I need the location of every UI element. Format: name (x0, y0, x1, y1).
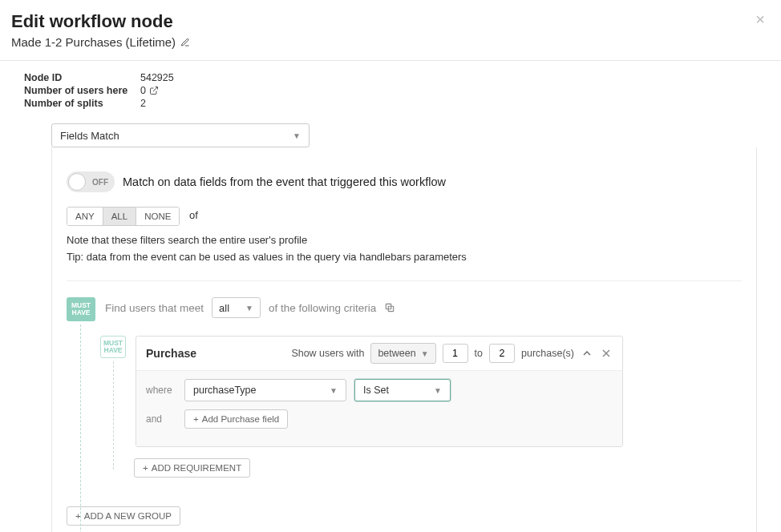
show-users-label: Show users with (291, 348, 364, 359)
node-id-value: 542925 (140, 72, 174, 83)
range-select[interactable]: between ▼ (370, 343, 435, 364)
chevron-down-icon: ▼ (434, 386, 442, 395)
range-to-word: to (475, 348, 483, 359)
splits-value: 2 (140, 98, 146, 109)
find-post: of the following criteria (269, 302, 376, 314)
where-label: where (146, 385, 176, 396)
logic-none[interactable]: NONE (136, 208, 179, 225)
logic-all[interactable]: ALL (103, 208, 136, 225)
logic-any[interactable]: ANY (67, 208, 103, 225)
must-have-badge-inner: MUSTHAVE (100, 336, 126, 358)
field-select[interactable]: purchaseType ▼ (184, 379, 346, 401)
svg-line-0 (153, 87, 158, 92)
remove-icon[interactable] (600, 347, 613, 360)
toggle-label: Match on data fields from the event that… (123, 175, 446, 188)
and-label: and (146, 413, 176, 425)
splits-label: Number of splits (24, 98, 140, 109)
chevron-down-icon: ▼ (245, 304, 253, 312)
add-purchase-field-button[interactable]: + Add Purchase field (184, 409, 288, 429)
edit-icon[interactable] (180, 38, 190, 47)
trigger-event-toggle[interactable]: OFF (67, 171, 115, 192)
purchase-card: Purchase Show users with between ▼ (136, 336, 623, 447)
range-from-input[interactable] (443, 344, 468, 363)
logic-group: ANY ALL NONE (67, 207, 180, 226)
toggle-state: OFF (92, 178, 108, 187)
range-unit: purchase(s) (521, 348, 574, 359)
plus-icon: + (193, 414, 199, 424)
operator-select[interactable]: Is Set ▼ (354, 379, 451, 401)
chevron-down-icon: ▼ (421, 349, 429, 358)
add-requirement-button[interactable]: + ADD REQUIREMENT (134, 458, 250, 478)
modal-subtitle: Made 1-2 Purchases (Lifetime) (11, 35, 190, 49)
note-profile: Note that these filters search the entir… (67, 234, 742, 246)
modal-header: Edit workflow node Made 1-2 Purchases (L… (0, 0, 781, 61)
node-type-select[interactable]: Fields Match ▼ (51, 123, 310, 147)
node-id-label: Node ID (24, 72, 140, 83)
copy-icon[interactable] (384, 302, 395, 313)
collapse-icon[interactable] (581, 347, 593, 360)
range-to-input[interactable] (489, 344, 515, 363)
add-group-button[interactable]: + ADD A NEW GROUP (67, 506, 180, 526)
purchase-title: Purchase (146, 347, 196, 360)
subtitle-text: Made 1-2 Purchases (Lifetime) (11, 35, 176, 49)
close-icon[interactable]: × (755, 11, 765, 27)
users-value: 0 (140, 85, 146, 96)
plus-icon: + (143, 463, 148, 473)
note-handlebars: Tip: data from the event can be used as … (67, 251, 742, 263)
must-have-badge: MUSTHAVE (67, 297, 95, 321)
modal-title: Edit workflow node (11, 11, 190, 32)
users-label: Number of users here (24, 85, 140, 96)
chevron-down-icon: ▼ (330, 386, 338, 395)
logic-of: of (189, 209, 198, 221)
node-type-value: Fields Match (60, 130, 119, 142)
toggle-knob (68, 173, 86, 191)
external-link-icon[interactable] (149, 86, 159, 95)
criteria-quantifier-select[interactable]: all ▼ (212, 297, 261, 318)
find-pre: Find users that meet (105, 302, 204, 314)
chevron-down-icon: ▼ (293, 131, 301, 140)
